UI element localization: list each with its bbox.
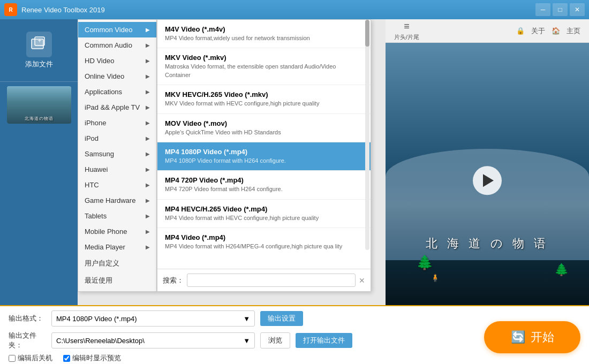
menu-item-label: Online Video: [85, 72, 124, 80]
close-button[interactable]: ✕: [570, 3, 585, 16]
tree-icon-left: 🌲: [416, 254, 433, 271]
format-item-m4v[interactable]: M4V Video (*.m4v) MP4 Video format,widel…: [157, 20, 371, 48]
play-triangle-icon: [483, 174, 494, 187]
preview-checkbox-label[interactable]: 编辑时显示预览: [63, 353, 121, 363]
tree-icon-right: 🌲: [554, 263, 569, 277]
menu-item-recent[interactable]: 最近使用: [78, 272, 156, 289]
format-item-mp4-720p[interactable]: MP4 720P Video (*.mp4) MP4 720P Video fo…: [157, 171, 371, 199]
shutdown-checkbox[interactable]: [9, 355, 16, 362]
format-desc: MP4 Video format with HEVC configure,hig…: [165, 214, 363, 222]
output-settings-button[interactable]: 输出设置: [260, 311, 303, 326]
dropdown-arrow-icon: ▼: [243, 337, 250, 345]
menu-item-common-audio[interactable]: Common Audio ▶: [78, 37, 156, 53]
chevron-right-icon: ▶: [146, 73, 150, 79]
menu-item-label: iPod: [85, 134, 99, 142]
browse-button[interactable]: 浏览: [260, 332, 290, 348]
menu-item-tablets[interactable]: Tablets ▶: [78, 208, 156, 224]
menu-level1: Common Video ▶ Common Audio ▶ HD Video ▶…: [78, 19, 157, 292]
format-title: MP4 HEVC/H.265 Video (*.mp4): [165, 205, 363, 213]
format-item-mp4[interactable]: MP4 Video (*.mp4) MP4 Video format with …: [157, 228, 371, 250]
format-desc: MP4 1080P Video format with H264 configu…: [165, 157, 363, 165]
lock-icon: 🔒: [516, 27, 525, 35]
thumb-text: 北海道の物语: [25, 116, 54, 122]
home-icon: 🏠: [552, 27, 560, 35]
menu-item-mobile-phone[interactable]: Mobile Phone ▶: [78, 224, 156, 239]
menu-item-online-video[interactable]: Online Video ▶: [78, 69, 156, 84]
format-item-mp4-hevc[interactable]: MP4 HEVC/H.265 Video (*.mp4) MP4 Video f…: [157, 200, 371, 228]
search-clear-icon[interactable]: ✕: [359, 276, 365, 285]
preview-checkbox[interactable]: [63, 355, 70, 362]
dropdown-arrow-icon: ▼: [243, 315, 250, 323]
header-actions: 🔒 关于 🏠 主页: [516, 26, 580, 36]
menu-item-htc[interactable]: HTC ▶: [78, 177, 156, 193]
add-file-button[interactable]: + 添加文件: [5, 27, 72, 73]
menu-item-label: Game Hardware: [85, 196, 135, 204]
format-item-mov[interactable]: MOV Video (*.mov) Apple's QuickTime Vide…: [157, 114, 371, 142]
right-panel-header: ≡ 片头/片尾 🔒 关于 🏠 主页: [386, 19, 589, 43]
play-button[interactable]: [473, 166, 502, 195]
format-select[interactable]: MP4 1080P Video (*.mp4) ▼: [51, 310, 255, 327]
menu-item-label: Common Video: [85, 26, 132, 34]
menu-item-applications[interactable]: Applications ▶: [78, 84, 156, 100]
titlebar: R Renee Video Toolbox 2019 ─ □ ✕: [0, 0, 589, 19]
menu-item-label: 最近使用: [85, 276, 112, 285]
menu-item-game-hardware[interactable]: Game Hardware ▶: [78, 193, 156, 208]
menu-item-samsung[interactable]: Samsung ▶: [78, 146, 156, 162]
bottom-bar: 输出格式： MP4 1080P Video (*.mp4) ▼ 输出设置 输出文…: [0, 305, 589, 364]
home-link[interactable]: 主页: [567, 26, 580, 36]
scrollbar-thumb[interactable]: [365, 20, 369, 47]
menu-item-label: Tablets: [85, 212, 107, 220]
format-desc: MP4 Video format with H264/MPEG-4 config…: [165, 242, 363, 250]
menu-item-media-player[interactable]: Media Player ▶: [78, 239, 156, 255]
chevron-right-icon: ▶: [146, 244, 150, 250]
menu-item-label: HTC: [85, 181, 99, 189]
chevron-right-icon: ▶: [146, 104, 150, 110]
menu-item-label: iPhone: [85, 119, 106, 127]
chevron-right-icon: ▶: [146, 42, 150, 48]
video-title: 北 海 道 の 物 语: [426, 236, 549, 252]
format-desc: Apple's QuickTime Video with HD Standard…: [165, 128, 363, 136]
tab-clip-label: 片头/片尾: [394, 33, 419, 41]
format-title: MKV Video (*.mkv): [165, 54, 363, 62]
shutdown-checkbox-label[interactable]: 编辑后关机: [9, 353, 52, 363]
menu-item-hd-video[interactable]: HD Video ▶: [78, 53, 156, 69]
search-input[interactable]: [187, 274, 356, 287]
shutdown-label: 编辑后关机: [18, 353, 52, 363]
menu-item-ipad-apple-tv[interactable]: iPad && Apple TV ▶: [78, 100, 156, 115]
refresh-icon: 🔄: [511, 330, 525, 344]
scrollbar-track[interactable]: [365, 20, 369, 250]
add-file-label: 添加文件: [25, 59, 53, 69]
video-area: 🌲 🌲 🧍 北 海 道 の 物 语: [386, 43, 589, 321]
folder-label: 输出文件夹：: [9, 331, 46, 350]
format-desc: Matroska Video format, the extensible op…: [165, 63, 363, 79]
tab-clip-header[interactable]: ≡ 片头/片尾: [394, 21, 419, 41]
app-title: Renee Video Toolbox 2019: [21, 6, 535, 14]
menu-item-user-custom[interactable]: 用户自定义: [78, 255, 156, 272]
clip-icon: ≡: [404, 21, 410, 32]
chevron-right-icon: ▶: [146, 120, 150, 126]
menu-item-ipod[interactable]: iPod ▶: [78, 131, 156, 146]
open-output-button[interactable]: 打开输出文件: [296, 333, 352, 348]
about-link[interactable]: 关于: [531, 26, 545, 36]
chevron-right-icon: ▶: [146, 89, 150, 95]
minimize-button[interactable]: ─: [535, 3, 550, 16]
folder-select[interactable]: C:\Users\Reneelab\Desktop\ ▼: [51, 332, 255, 348]
format-item-mp4-1080p[interactable]: MP4 1080P Video (*.mp4) MP4 1080P Video …: [157, 142, 371, 171]
format-item-mkv-hevc[interactable]: MKV HEVC/H.265 Video (*.mkv) MKV Video f…: [157, 85, 371, 113]
maximize-button[interactable]: □: [553, 3, 568, 16]
menu-item-common-video[interactable]: Common Video ▶: [78, 22, 156, 37]
add-file-icon: +: [26, 32, 52, 57]
chevron-right-icon: ▶: [146, 166, 150, 172]
menu-item-label: HD Video: [85, 57, 114, 65]
menu-item-label: Common Audio: [85, 41, 132, 49]
menu-item-iphone[interactable]: iPhone ▶: [78, 115, 156, 131]
format-title: MKV HEVC/H.265 Video (*.mkv): [165, 90, 363, 98]
format-title: MP4 Video (*.mp4): [165, 233, 363, 241]
format-item-mkv[interactable]: MKV Video (*.mkv) Matroska Video format,…: [157, 48, 371, 85]
menu-item-label: Huawei: [85, 165, 108, 173]
start-button[interactable]: 🔄 开始: [484, 321, 580, 353]
format-panel: M4V Video (*.m4v) MP4 Video format,widel…: [157, 19, 371, 292]
checkbox-row: 编辑后关机 编辑时显示预览: [9, 353, 580, 363]
chevron-right-icon: ▶: [146, 58, 150, 64]
menu-item-huawei[interactable]: Huawei ▶: [78, 162, 156, 177]
